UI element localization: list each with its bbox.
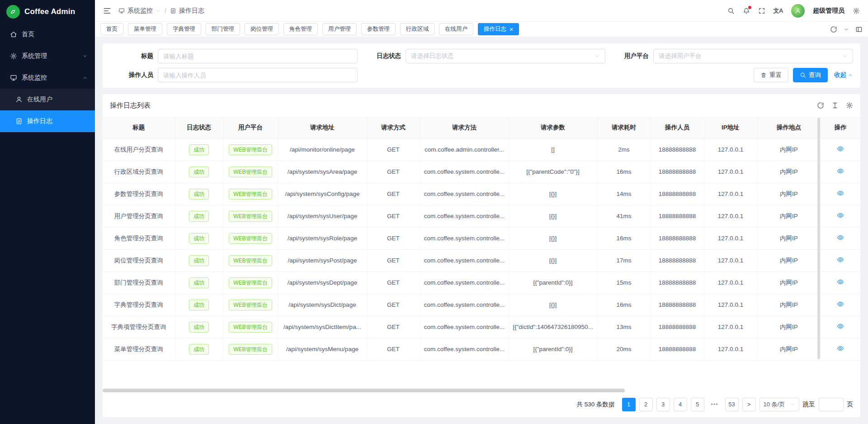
view-detail-icon[interactable] — [837, 145, 844, 152]
platform-tag: WEB管理后台 — [229, 300, 272, 310]
reset-button[interactable]: 重置 — [754, 68, 788, 82]
cell-action — [821, 205, 860, 227]
sidebar-item-system-monitor[interactable]: 系统监控 — [0, 67, 95, 89]
title-input[interactable] — [158, 49, 358, 63]
sidebar-item-online-users[interactable]: 在线用户 — [0, 89, 95, 110]
view-detail-icon[interactable] — [837, 212, 844, 219]
content: 标题 日志状态 请选择日志状态 用户平台 请选择用户平台 — [95, 37, 868, 424]
chevron-down-icon[interactable] — [844, 27, 849, 32]
jump-page-input[interactable] — [819, 398, 844, 411]
tab-close-icon[interactable]: × — [509, 26, 513, 33]
view-detail-icon[interactable] — [837, 300, 844, 308]
collapse-toggle[interactable]: 收起 — [834, 71, 853, 79]
sidebar-item-home[interactable]: 首页 — [0, 24, 95, 45]
cell-duration: 16ms — [597, 227, 651, 249]
tab-首页[interactable]: 首页 — [100, 23, 123, 35]
tab-label: 操作日志 — [484, 25, 506, 33]
cell-params: [{"dictId":140647326180950... — [509, 316, 597, 338]
avatar[interactable] — [791, 4, 805, 18]
sidebar-item-operation-log[interactable]: 操作日志 — [0, 110, 95, 132]
page-size-select[interactable]: 10 条/页 — [760, 398, 799, 411]
log-icon — [15, 118, 23, 125]
cell-title: 在线用户分页查询 — [103, 138, 175, 161]
tab-参数管理[interactable]: 参数管理 — [361, 23, 396, 35]
cell-method: GET — [367, 316, 420, 338]
table-header-row: 标题日志状态用户平台请求地址请求方式请求方法请求参数请求耗时操作人员IP地址操作… — [103, 117, 860, 138]
open-tabs: 首页菜单管理字典管理部门管理岗位管理角色管理用户管理参数管理行政区域在线用户操作… — [100, 23, 824, 35]
view-detail-icon[interactable] — [837, 278, 844, 286]
search-icon[interactable] — [727, 7, 735, 14]
page-button-53[interactable]: 53 — [725, 398, 739, 411]
translate-icon[interactable]: 文A — [774, 7, 783, 15]
row-height-icon[interactable] — [831, 102, 839, 109]
cell-status: 成功 — [175, 183, 223, 205]
page-button-5[interactable]: 5 — [691, 398, 704, 411]
cell-handler: com.coffee.admin.controller... — [420, 138, 509, 161]
fullscreen-icon[interactable] — [758, 7, 765, 14]
operator-input[interactable] — [158, 68, 358, 82]
view-detail-icon[interactable] — [837, 234, 844, 241]
tab-操作日志[interactable]: 操作日志× — [478, 23, 519, 35]
username[interactable]: 超级管理员 — [813, 7, 844, 15]
cell-handler: com.coffee.system.controlle... — [420, 227, 509, 249]
tab-部门管理[interactable]: 部门管理 — [206, 23, 240, 35]
cell-ip: 127.0.0.1 — [704, 294, 757, 316]
tab-岗位管理[interactable]: 岗位管理 — [245, 23, 279, 35]
view-detail-icon[interactable] — [837, 190, 844, 197]
sidebar-item-system-management[interactable]: 系统管理 — [0, 45, 95, 67]
tab-行政区域[interactable]: 行政区域 — [400, 23, 434, 35]
breadcrumb-parent[interactable]: 系统监控 — [118, 7, 161, 15]
user-platform-select[interactable]: 请选择用户平台 — [653, 49, 853, 63]
platform-tag: WEB管理后台 — [229, 277, 272, 288]
menu-label: 系统管理 — [22, 52, 47, 60]
view-detail-icon[interactable] — [837, 323, 844, 330]
page-button-4[interactable]: 4 — [674, 398, 687, 411]
view-detail-icon[interactable] — [837, 345, 844, 352]
tab-用户管理[interactable]: 用户管理 — [322, 23, 357, 35]
column-settings-icon[interactable] — [846, 102, 853, 109]
sidebar-collapse-icon[interactable] — [103, 7, 111, 15]
cell-url: /api/system/sysDept/page — [278, 272, 367, 294]
tab-菜单管理[interactable]: 菜单管理 — [128, 23, 162, 35]
platform-tag: WEB管理后台 — [229, 255, 272, 266]
cell-method: GET — [367, 138, 420, 161]
status-tag: 成功 — [189, 233, 209, 244]
cell-ip: 127.0.0.1 — [704, 338, 757, 360]
operator-label: 操作人员 — [110, 71, 153, 79]
view-detail-icon[interactable] — [837, 167, 844, 175]
chevron-down-icon — [790, 402, 795, 407]
page-button-3[interactable]: 3 — [656, 398, 670, 411]
cell-duration: 2ms — [597, 138, 651, 161]
settings-gear-icon[interactable] — [853, 7, 860, 14]
vertical-scrollbar[interactable] — [817, 118, 820, 359]
log-status-select[interactable]: 请选择日志状态 — [406, 49, 605, 63]
pagination-total: 共 530 条数据 — [576, 400, 614, 409]
cell-action — [821, 294, 860, 316]
tab-字典管理[interactable]: 字典管理 — [167, 23, 201, 35]
page-button-1[interactable]: 1 — [622, 398, 636, 411]
tab-在线用户[interactable]: 在线用户 — [439, 23, 473, 35]
cell-operator: 18888888888 — [651, 161, 704, 183]
cell-method: GET — [367, 249, 420, 272]
refresh-icon[interactable] — [817, 102, 824, 109]
next-page-button[interactable]: > — [742, 398, 756, 411]
refresh-icon[interactable] — [830, 26, 837, 33]
platform-tag: WEB管理后台 — [229, 211, 272, 222]
cell-handler: com.coffee.system.controlle... — [420, 183, 509, 205]
cell-duration: 17ms — [597, 249, 651, 272]
app-logo[interactable]: Coffee Admin — [0, 0, 95, 24]
tab-角色管理[interactable]: 角色管理 — [283, 23, 318, 35]
cell-status: 成功 — [175, 227, 223, 249]
chevron-down-icon — [156, 8, 161, 14]
cell-handler: com.coffee.system.controlle... — [420, 205, 509, 227]
layout-icon[interactable] — [855, 26, 863, 33]
cell-params: [{}] — [509, 294, 597, 316]
cell-method: GET — [367, 338, 420, 360]
view-detail-icon[interactable] — [837, 256, 844, 263]
notification-bell-icon[interactable] — [743, 7, 750, 14]
cell-platform: WEB管理后台 — [223, 338, 278, 360]
horizontal-scrollbar[interactable] — [103, 389, 625, 392]
column-header-IP地址: IP地址 — [704, 117, 757, 138]
page-button-2[interactable]: 2 — [639, 398, 653, 411]
search-button[interactable]: 查询 — [793, 68, 828, 82]
